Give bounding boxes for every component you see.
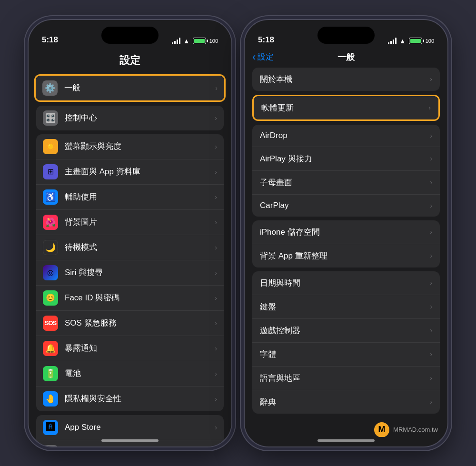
iphone-storage-label: iPhone 儲存空間 (260, 227, 430, 238)
carplay-label: CarPlay (260, 201, 430, 210)
airplay-label: AirPlay 與接力 (260, 153, 430, 164)
dynamic-island-right (317, 27, 375, 44)
nav-back-label: 設定 (258, 51, 274, 62)
nav-bar: ‹ 設定 一般 (245, 49, 447, 68)
sos-label: SOS 緊急服務 (65, 317, 215, 328)
home-indicator-left (101, 439, 159, 442)
group-control: 🎛️ 控制中心 › (36, 106, 224, 130)
general-icon: ⚙️ (42, 80, 58, 96)
home-label: 主畫面與 App 資料庫 (65, 166, 215, 177)
privacy-icon: 🤚 (43, 391, 58, 407)
fonts-label: 字體 (260, 349, 430, 360)
siri-label: Siri 與搜尋 (65, 267, 215, 278)
standby-label: 待機模式 (65, 242, 215, 253)
battery-icon: 🔋 (43, 366, 58, 381)
right-item-gamecontroller[interactable]: 遊戲控制器 › (252, 319, 440, 343)
settings-item-wallpaper[interactable]: 🌺 背景圖片 › (36, 210, 224, 235)
right-item-about[interactable]: 關於本機 › (252, 68, 440, 91)
settings-item-general[interactable]: ⚙️ 一般 › (36, 76, 224, 100)
datetime-label: 日期與時間 (260, 278, 430, 288)
settings-item-battery[interactable]: 🔋 電池 › (36, 361, 224, 387)
right-group-storage: iPhone 儲存空間 › 背景 App 重新整理 › (252, 220, 440, 268)
left-page-content: 設定 ⚙️ 一般 › 🎛️ 控制中心 › ☀️ 螢幕顯示與亮度 (29, 49, 231, 446)
appstore-label: App Store (65, 423, 215, 432)
exposure-label: 暴露通知 (65, 343, 215, 354)
home-indicator-right (317, 439, 375, 442)
softwareupdate-label: 軟體更新 (261, 102, 428, 113)
settings-list-left: 🎛️ 控制中心 › ☀️ 螢幕顯示與亮度 › ⊞ 主畫面與 App 資料庫 › (29, 106, 231, 446)
settings-item-standby[interactable]: 🌙 待機模式 › (36, 235, 224, 260)
right-item-pip[interactable]: 子母畫面 › (252, 171, 440, 195)
control-chevron: › (215, 114, 217, 122)
control-icon: 🎛️ (43, 110, 58, 126)
softwareupdate-chevron: › (428, 104, 431, 111)
right-item-keyboard[interactable]: 鍵盤 › (252, 295, 440, 319)
signal-icon (172, 38, 180, 44)
settings-item-privacy[interactable]: 🤚 隱私權與安全性 › (36, 387, 224, 411)
home-icon: ⊞ (43, 164, 58, 179)
left-phone: 5:18 ▲ 100 設定 ⚙️ 一般 › (28, 19, 232, 447)
wallet-icon: 💳 (43, 445, 58, 446)
watermark-logo: M (374, 422, 389, 437)
right-item-airdrop[interactable]: AirDrop › (252, 125, 440, 147)
general-chevron: › (215, 84, 218, 92)
settings-item-control[interactable]: 🎛️ 控制中心 › (36, 106, 224, 130)
nav-back-button[interactable]: ‹ 設定 (252, 51, 274, 63)
group-store: 🅰 App Store › 💳 錢包與 Apple Pay › (36, 415, 224, 446)
general-label: 一般 (64, 82, 215, 93)
right-item-carplay[interactable]: CarPlay › (252, 195, 440, 217)
watermark-container: M MRMAD.com.tw (252, 417, 440, 437)
right-item-datetime[interactable]: 日期與時間 › (252, 271, 440, 295)
battery-right: 100 (409, 38, 434, 44)
wallpaper-icon: 🌺 (43, 215, 58, 230)
right-item-bg-app[interactable]: 背景 App 重新整理 › (252, 244, 440, 268)
settings-item-home[interactable]: ⊞ 主畫面與 App 資料庫 › (36, 159, 224, 185)
right-group-date: 日期與時間 › 鍵盤 › 遊戲控制器 › 字體 › 語言與地區 › (252, 271, 440, 414)
right-item-airplay[interactable]: AirPlay 與接力 › (252, 147, 440, 171)
settings-item-accessibility[interactable]: ♿ 輔助使用 › (36, 185, 224, 210)
highlighted-general-row[interactable]: ⚙️ 一般 › (34, 74, 226, 102)
dynamic-island-left (101, 27, 159, 44)
faceid-label: Face ID 與密碼 (65, 292, 215, 303)
right-group-airdrop: AirDrop › AirPlay 與接力 › 子母畫面 › CarPlay › (252, 125, 440, 217)
time-right: 5:18 (258, 35, 274, 45)
right-item-language[interactable]: 語言與地區 › (252, 367, 440, 390)
left-page-title: 設定 (29, 49, 231, 74)
right-item-dictionary[interactable]: 辭典 › (252, 390, 440, 414)
bg-app-label: 背景 App 重新整理 (260, 250, 430, 261)
about-label: 關於本機 (260, 74, 430, 85)
right-item-softwareupdate[interactable]: 軟體更新 › (254, 96, 438, 119)
privacy-label: 隱私權與安全性 (65, 393, 215, 404)
right-item-iphone-storage[interactable]: iPhone 儲存空間 › (252, 220, 440, 244)
wifi-icon-right: ▲ (399, 37, 406, 45)
display-icon: ☀️ (43, 139, 58, 154)
group-display: ☀️ 螢幕顯示與亮度 › ⊞ 主畫面與 App 資料庫 › ♿ 輔助使用 › 🌺… (36, 134, 224, 411)
settings-item-appstore[interactable]: 🅰 App Store › (36, 415, 224, 440)
settings-item-sos[interactable]: SOS SOS 緊急服務 › (36, 311, 224, 336)
sos-icon: SOS (43, 316, 58, 331)
highlighted-software-update[interactable]: 軟體更新 › (252, 95, 440, 121)
settings-item-faceid[interactable]: 😊 Face ID 與密碼 › (36, 286, 224, 311)
exposure-icon: 🔔 (43, 341, 58, 356)
settings-item-siri[interactable]: ◎ Siri 與搜尋 › (36, 260, 224, 286)
keyboard-label: 鍵盤 (260, 301, 430, 312)
accessibility-icon: ♿ (43, 189, 58, 205)
settings-item-exposure[interactable]: 🔔 暴露通知 › (36, 336, 224, 361)
signal-icon-right (388, 38, 397, 44)
faceid-icon: 😊 (43, 290, 58, 306)
back-chevron-icon: ‹ (252, 51, 256, 63)
siri-icon: ◎ (43, 265, 58, 280)
settings-item-display[interactable]: ☀️ 螢幕顯示與亮度 › (36, 134, 224, 159)
display-label: 螢幕顯示與亮度 (65, 141, 215, 152)
wallpaper-label: 背景圖片 (65, 217, 215, 228)
control-label: 控制中心 (65, 112, 215, 123)
right-item-fonts[interactable]: 字體 › (252, 343, 440, 367)
status-icons-right: ▲ 100 (388, 37, 434, 45)
appstore-icon: 🅰 (43, 420, 58, 435)
pip-label: 子母畫面 (260, 177, 430, 188)
status-icons-left: ▲ 100 (172, 37, 218, 45)
right-page-title: 一般 (337, 51, 355, 63)
time-left: 5:18 (42, 35, 58, 45)
right-settings-list: 關於本機 › 軟體更新 › AirDrop › AirPlay 與接力 (245, 68, 447, 437)
watermark-text: MRMAD.com.tw (393, 426, 438, 433)
